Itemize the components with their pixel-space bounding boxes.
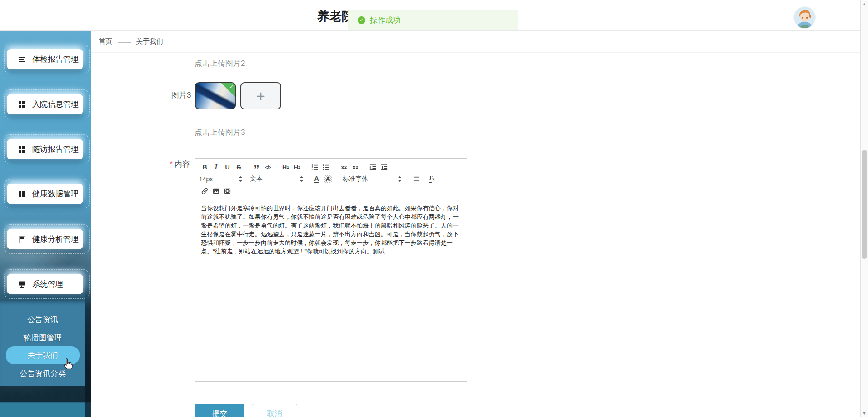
sub-number: 2	[344, 165, 347, 169]
link-button[interactable]	[199, 186, 210, 196]
subscript-button[interactable]: x2	[338, 162, 349, 173]
paragraph-style-select[interactable]: 文本	[250, 175, 304, 183]
align-left-icon	[413, 175, 420, 183]
clean-sub: x	[432, 177, 434, 181]
h2-letter: H	[294, 164, 298, 171]
heading2-button[interactable]: H2	[291, 162, 303, 173]
breadcrumb-home[interactable]: 首页	[99, 37, 112, 46]
clean-letter: T	[429, 175, 433, 183]
avatar-image	[794, 7, 815, 28]
chevron-updown-icon	[398, 176, 402, 182]
sidebar-item-admission-info[interactable]: 入院信息管理	[7, 94, 83, 114]
toolbar-row-3	[199, 185, 463, 197]
font-size-select[interactable]: 14px	[199, 175, 243, 183]
sidebar: 体检报告管理 入院信息管理 随访报告管理 健康数据管理 健康分析管理	[0, 31, 91, 417]
text-color-button[interactable]: A	[311, 174, 322, 184]
toast-message: 操作成功	[370, 15, 401, 25]
insert-image-button[interactable]	[210, 186, 222, 196]
cancel-button[interactable]: 取消	[252, 404, 297, 417]
breadcrumb-current: 关于我们	[136, 37, 163, 46]
background-letter: A	[324, 175, 332, 183]
insert-video-button[interactable]	[222, 186, 233, 196]
h1-letter: H	[282, 164, 287, 171]
flag-icon	[18, 235, 26, 243]
breadcrumb-separator: ——	[118, 38, 130, 45]
toolbar-row-2: 14px 文本 A A 标准字体	[199, 173, 463, 185]
sidebar-item-health-analysis[interactable]: 健康分析管理	[7, 229, 83, 249]
bullet-list-icon	[322, 164, 330, 171]
image-icon	[212, 187, 220, 195]
align-button[interactable]	[411, 174, 422, 184]
mouse-cursor-pointer	[62, 358, 74, 373]
grid-icon	[18, 100, 26, 109]
image3-label: 图片3	[171, 90, 191, 100]
outdent-button[interactable]	[367, 162, 379, 173]
svg-text:3: 3	[311, 168, 313, 171]
chevron-updown-icon	[239, 176, 243, 182]
user-avatar[interactable]	[794, 7, 815, 28]
blockquote-button[interactable]: ”	[251, 162, 262, 173]
success-check-icon: ✓	[358, 16, 365, 24]
check-icon: ✓	[229, 84, 234, 90]
sidebar-edge-shadow	[85, 285, 91, 417]
ordered-list-icon: 1 2 3	[311, 164, 319, 171]
upload-hint-image3: 点击上传图片3	[195, 127, 245, 138]
outdent-icon	[369, 164, 377, 171]
code-block-button[interactable]: </>	[262, 162, 274, 173]
superscript-button[interactable]: x2	[349, 162, 361, 173]
content-label: *内容	[170, 159, 190, 169]
indent-button[interactable]	[379, 162, 390, 173]
submenu-item-label: 关于我们	[27, 350, 58, 361]
italic-button[interactable]: I	[210, 162, 222, 173]
grid-icon	[18, 145, 26, 154]
sidebar-item-label: 体检报告管理	[32, 54, 79, 65]
sidebar-item-checkup-reports[interactable]: 体检报告管理	[7, 49, 83, 70]
scroll-down-arrow[interactable]: ▼	[861, 411, 868, 416]
background-color-button[interactable]: A	[322, 174, 334, 184]
scrollbar-thumb[interactable]	[862, 150, 867, 259]
editor-toolbar: B I U S ” </> H1 H2 1 2 3	[195, 159, 467, 199]
link-icon	[201, 187, 209, 195]
submenu-item-carousel[interactable]: 轮播图管理	[0, 328, 85, 347]
font-family-value: 标准字体	[343, 175, 368, 183]
font-family-select[interactable]: 标准字体	[343, 175, 402, 183]
bold-button[interactable]: B	[199, 162, 210, 173]
system-management-submenu: 公告资讯 轮播图管理 关于我们 公告资讯分类	[0, 301, 85, 386]
ordered-list-button[interactable]: 1 2 3	[309, 162, 320, 173]
content-label-text: 内容	[175, 160, 190, 169]
vertical-scrollbar[interactable]: ▲ ▼	[860, 0, 868, 417]
list-icon	[18, 55, 26, 64]
sidebar-item-label: 健康数据管理	[32, 189, 79, 199]
sidebar-item-label: 入院信息管理	[32, 99, 79, 109]
rich-text-editor: B I U S ” </> H1 H2 1 2 3	[195, 158, 467, 382]
sidebar-item-label: 系统管理	[32, 279, 63, 289]
font-size-value: 14px	[199, 175, 213, 183]
image3-thumbnail[interactable]: ✓	[195, 82, 236, 109]
scroll-up-arrow[interactable]: ▲	[861, 2, 868, 6]
sidebar-item-health-data[interactable]: 健康数据管理	[7, 184, 83, 204]
sidebar-item-label: 健康分析管理	[32, 234, 79, 244]
strikethrough-button[interactable]: S	[233, 162, 244, 173]
chevron-updown-icon	[299, 176, 304, 182]
underline-button[interactable]: U	[222, 162, 233, 173]
image3-upload-button[interactable]: +	[240, 82, 281, 109]
submit-button[interactable]: 提交	[195, 404, 244, 417]
sup-number: 2	[356, 165, 358, 169]
heading1-button[interactable]: H1	[280, 162, 291, 173]
submenu-item-label: 公告资讯分类	[20, 368, 66, 379]
sup-letter: x	[352, 164, 356, 171]
editor-content[interactable]: 当你设想门外是寒冷可怕的世界时，你还应该开门出去看看，是否真的如此。如果你有信心…	[195, 199, 467, 261]
indent-icon	[380, 164, 388, 171]
submenu-item-announcements[interactable]: 公告资讯	[0, 310, 85, 328]
sidebar-item-followup-reports[interactable]: 随访报告管理	[7, 139, 83, 159]
color-letter: A	[314, 175, 319, 183]
sidebar-item-label: 随访报告管理	[32, 144, 79, 154]
breadcrumb: 首页 —— 关于我们	[91, 31, 860, 53]
bullet-list-button[interactable]	[320, 162, 332, 173]
h2-number: 2	[298, 165, 300, 169]
sidebar-item-system-management[interactable]: 系统管理	[7, 274, 83, 294]
submenu-item-label: 公告资讯	[27, 314, 58, 325]
paragraph-style-value: 文本	[250, 175, 263, 183]
video-icon	[224, 187, 231, 195]
clear-format-button[interactable]: Tx	[426, 174, 437, 184]
